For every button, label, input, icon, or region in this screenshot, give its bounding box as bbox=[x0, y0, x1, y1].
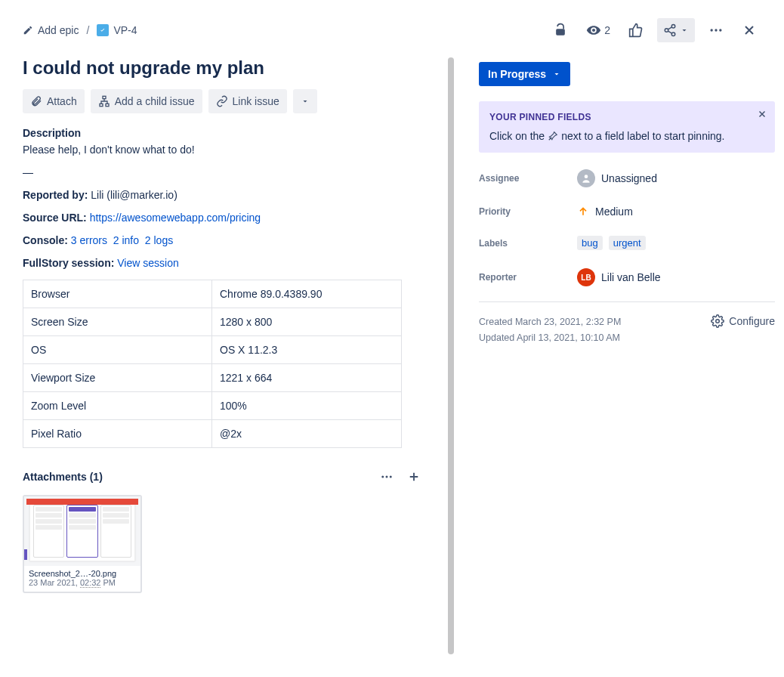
priority-label: Priority bbox=[479, 206, 577, 217]
console-field: Console: 3 errors 2 info 2 logs bbox=[23, 234, 423, 246]
table-cell-value: Chrome 89.0.4389.90 bbox=[212, 280, 402, 308]
source-url-label: Source URL: bbox=[23, 212, 87, 224]
reported-by-field: Reported by: Lili (lili@marker.io) bbox=[23, 189, 423, 201]
add-child-issue-button[interactable]: Add a child issue bbox=[91, 89, 202, 113]
link-issue-button[interactable]: Link issue bbox=[208, 89, 287, 113]
link-issue-more-button[interactable] bbox=[293, 89, 317, 113]
priority-medium-icon bbox=[577, 206, 589, 218]
svg-rect-0 bbox=[556, 29, 565, 35]
issue-type-icon bbox=[97, 24, 109, 36]
environment-table: BrowserChrome 89.0.4389.90Screen Size128… bbox=[23, 280, 402, 448]
reported-by-value: Lili (lili@marker.io) bbox=[91, 189, 177, 201]
table-cell-key: Browser bbox=[23, 280, 212, 308]
scrollbar[interactable] bbox=[446, 50, 456, 654]
attachment-date: 23 Mar 2021, 02:32 PM bbox=[29, 578, 136, 587]
pinned-fields-title: YOUR PINNED FIELDS bbox=[489, 112, 764, 122]
lock-icon[interactable] bbox=[548, 18, 573, 42]
chevron-down-icon bbox=[301, 97, 310, 106]
description-text[interactable]: Please help, I don't know what to do! bbox=[23, 144, 423, 156]
svg-point-12 bbox=[390, 476, 392, 478]
like-button[interactable] bbox=[624, 18, 648, 42]
table-cell-key: Zoom Level bbox=[23, 392, 212, 420]
svg-rect-7 bbox=[103, 96, 106, 98]
assignee-value: Unassigned bbox=[601, 172, 657, 184]
fullstory-field: FullStory session: View session bbox=[23, 257, 423, 269]
console-errors-link[interactable]: 3 errors bbox=[71, 234, 107, 246]
link-icon bbox=[216, 95, 228, 107]
chevron-down-icon bbox=[552, 70, 561, 79]
svg-point-5 bbox=[715, 29, 717, 31]
configure-button[interactable]: Configure bbox=[711, 314, 775, 328]
paperclip-icon bbox=[30, 95, 42, 107]
svg-point-10 bbox=[381, 476, 384, 478]
console-label: Console: bbox=[23, 234, 68, 246]
close-button[interactable] bbox=[737, 18, 761, 42]
svg-rect-9 bbox=[106, 104, 109, 106]
svg-point-6 bbox=[719, 29, 721, 31]
watchers-button[interactable]: 2 bbox=[582, 18, 615, 42]
source-url-field: Source URL: https://awesomewebapp.com/pr… bbox=[23, 212, 423, 224]
priority-field[interactable]: Priority Medium bbox=[479, 196, 775, 227]
issue-key-link[interactable]: VP-4 bbox=[113, 24, 137, 36]
label-chip[interactable]: urgent bbox=[609, 236, 646, 250]
reporter-field[interactable]: Reporter LB Lili van Belle bbox=[479, 259, 775, 295]
attachment-thumbnail bbox=[24, 496, 140, 566]
attachment-card[interactable]: Screenshot_2…-20.png 23 Mar 2021, 02:32 … bbox=[23, 495, 142, 593]
svg-rect-8 bbox=[100, 104, 103, 106]
table-row: OSOS X 11.2.3 bbox=[23, 336, 402, 364]
table-cell-key: Viewport Size bbox=[23, 364, 212, 392]
breadcrumb: Add epic / VP-4 bbox=[23, 24, 137, 36]
issue-title[interactable]: I could not upgrade my plan bbox=[23, 57, 423, 79]
fullstory-label: FullStory session: bbox=[23, 257, 114, 269]
pinned-close-button[interactable] bbox=[757, 109, 767, 119]
reporter-value: Lili van Belle bbox=[601, 271, 661, 283]
link-issue-label: Link issue bbox=[233, 95, 279, 107]
svg-point-11 bbox=[386, 476, 388, 478]
attach-label: Attach bbox=[47, 95, 77, 107]
fullstory-link[interactable]: View session bbox=[117, 257, 178, 269]
attachment-filename: Screenshot_2…-20.png bbox=[29, 569, 136, 578]
table-cell-key: OS bbox=[23, 336, 212, 364]
pin-icon bbox=[548, 131, 558, 141]
attachments-more-button[interactable] bbox=[378, 468, 396, 486]
label-chip[interactable]: bug bbox=[577, 236, 603, 250]
table-row: Pixel Ratio@2x bbox=[23, 420, 402, 448]
add-child-label: Add a child issue bbox=[115, 95, 195, 107]
table-cell-value: OS X 11.2.3 bbox=[212, 336, 402, 364]
description-label: Description bbox=[23, 127, 423, 139]
add-epic-link[interactable]: Add epic bbox=[38, 24, 79, 36]
chevron-down-icon bbox=[680, 26, 689, 35]
assignee-label: Assignee bbox=[479, 173, 577, 184]
svg-point-13 bbox=[585, 175, 588, 178]
hierarchy-icon bbox=[98, 95, 110, 107]
configure-label: Configure bbox=[729, 315, 775, 327]
assignee-field[interactable]: Assignee Unassigned bbox=[479, 160, 775, 196]
more-actions-button[interactable] bbox=[704, 18, 728, 42]
reporter-label: Reporter bbox=[479, 272, 577, 283]
pinned-text-before: Click on the bbox=[489, 130, 545, 142]
svg-point-1 bbox=[671, 25, 675, 29]
table-row: Screen Size1280 x 800 bbox=[23, 308, 402, 336]
labels-label: Labels bbox=[479, 238, 577, 249]
table-row: Viewport Size1221 x 664 bbox=[23, 364, 402, 392]
table-cell-value: 1221 x 664 bbox=[212, 364, 402, 392]
status-dropdown[interactable]: In Progress bbox=[479, 62, 570, 86]
source-url-link[interactable]: https://awesomewebapp.com/pricing bbox=[90, 212, 261, 224]
table-row: Zoom Level100% bbox=[23, 392, 402, 420]
svg-point-3 bbox=[671, 32, 675, 36]
status-label: In Progress bbox=[488, 68, 546, 80]
labels-field[interactable]: Labels bugurgent bbox=[479, 227, 775, 259]
console-logs-link[interactable]: 2 logs bbox=[145, 234, 173, 246]
share-button[interactable] bbox=[657, 18, 695, 42]
attach-button[interactable]: Attach bbox=[23, 89, 85, 113]
add-attachment-button[interactable] bbox=[405, 468, 423, 486]
svg-point-2 bbox=[665, 29, 668, 32]
pinned-fields-panel: YOUR PINNED FIELDS Click on the next to … bbox=[479, 101, 775, 153]
reporter-avatar: LB bbox=[577, 268, 595, 286]
console-info-link[interactable]: 2 info bbox=[113, 234, 139, 246]
table-row: BrowserChrome 89.0.4389.90 bbox=[23, 280, 402, 308]
table-cell-key: Pixel Ratio bbox=[23, 420, 212, 448]
pinned-text-after: next to a field label to start pinning. bbox=[561, 130, 724, 142]
share-icon bbox=[663, 23, 677, 37]
created-timestamp: Created March 23, 2021, 2:32 PM bbox=[479, 314, 621, 330]
